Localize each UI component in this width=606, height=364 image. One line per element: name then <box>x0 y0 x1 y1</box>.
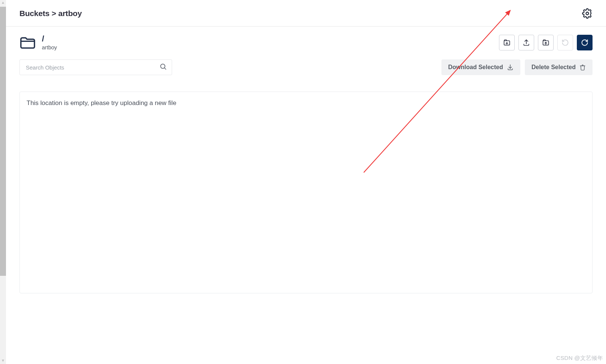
breadcrumb-root[interactable]: Buckets <box>19 9 49 18</box>
delete-selected-label: Delete Selected <box>532 64 576 71</box>
search-input[interactable] <box>19 59 172 75</box>
breadcrumb-separator: > <box>52 9 56 18</box>
folder-upload-icon <box>542 39 550 46</box>
breadcrumb: Buckets > artboy <box>19 9 82 18</box>
path-bucket-name: artboy <box>42 44 57 50</box>
trash-icon <box>579 64 586 71</box>
upload-folder-button[interactable] <box>538 35 554 50</box>
download-icon <box>507 64 514 71</box>
watermark: CSDN @文艺倾年 <box>556 355 603 362</box>
create-folder-button[interactable] <box>499 35 515 50</box>
object-toolbar <box>499 35 593 50</box>
download-selected-label: Download Selected <box>448 64 503 71</box>
empty-location-message: This location is empty, please try uploa… <box>27 99 585 107</box>
refresh-icon <box>581 39 588 46</box>
page-header: Buckets > artboy <box>6 0 606 27</box>
folder-plus-icon <box>503 39 511 46</box>
upload-icon <box>523 39 530 46</box>
object-listing: This location is empty, please try uploa… <box>19 92 593 293</box>
search-actions-row: Download Selected Delete Selected <box>19 59 593 75</box>
history-icon <box>561 39 569 46</box>
refresh-button[interactable] <box>577 35 593 50</box>
path-toolbar-row: / artboy <box>19 35 593 50</box>
scrollbar-up-arrow[interactable]: ▲ <box>1 0 5 6</box>
gear-icon <box>582 8 593 19</box>
delete-selected-button[interactable]: Delete Selected <box>525 59 593 75</box>
settings-button[interactable] <box>581 7 593 19</box>
download-selected-button[interactable]: Download Selected <box>441 59 520 75</box>
folder-icon <box>19 35 36 50</box>
breadcrumb-current[interactable]: artboy <box>58 9 82 18</box>
search-objects-wrap <box>19 59 172 75</box>
scrollbar-down-arrow[interactable]: ▼ <box>1 358 5 364</box>
rewind-button <box>557 35 573 50</box>
svg-point-0 <box>586 12 589 15</box>
scrollbar-thumb[interactable] <box>0 7 6 276</box>
bulk-actions: Download Selected Delete Selected <box>441 59 593 75</box>
path-display: / artboy <box>19 35 57 50</box>
page-scrollbar[interactable]: ▲ ▼ <box>0 0 6 364</box>
path-root[interactable]: / <box>42 35 57 43</box>
upload-file-button[interactable] <box>518 35 534 50</box>
